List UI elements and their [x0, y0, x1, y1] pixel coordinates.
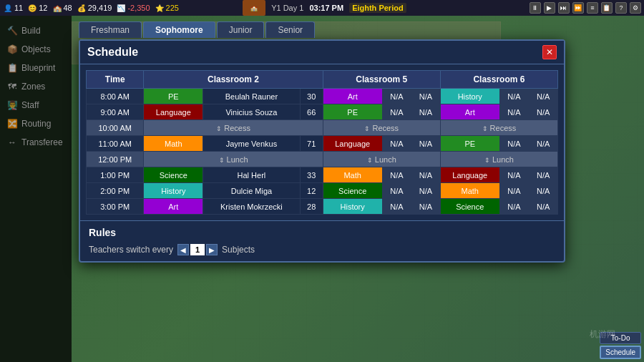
time-cell: 3:00 PM [87, 199, 144, 215]
teacher-cell: Dulcie Miga [203, 183, 300, 199]
teacher-cell: Beulah Rauner [203, 89, 300, 104]
table-header-row: Time Classroom 2 Classroom 5 Classroom 6 [87, 71, 558, 89]
subject-cell[interactable]: Language [144, 104, 203, 120]
top-bar-center: 🏫 Y1 Day 1 03:17 PM Eighth Period [243, 0, 406, 16]
todo-button[interactable]: 📋 [601, 2, 613, 14]
fast-forward-button[interactable]: ⏭ [558, 2, 570, 14]
year-tabs: Freshman Sophomore Junior Senior [79, 21, 315, 38]
stepper-decrement[interactable]: ◀ [177, 244, 189, 255]
time-cell: 10:00 AM [87, 120, 144, 136]
na-cell: N/A [382, 199, 411, 215]
play-button[interactable]: ▶ [544, 2, 555, 14]
subject-cell[interactable]: Language [440, 167, 499, 183]
na-cell: N/A [382, 104, 411, 120]
subject-cell[interactable]: Art [323, 89, 382, 104]
tab-senior[interactable]: Senior [265, 21, 315, 38]
happiness-icon: 😊 [27, 3, 37, 13]
time-cell: 2:00 PM [87, 183, 144, 199]
subject-cell[interactable]: Art [144, 199, 203, 215]
expand-icon: ⇕ [219, 157, 225, 164]
fastest-button[interactable]: ⏩ [572, 2, 584, 14]
year-display: Y1 Day 1 [271, 4, 303, 12]
tab-junior[interactable]: Junior [217, 21, 265, 38]
subject-cell[interactable]: Science [323, 183, 382, 199]
tab-sophomore[interactable]: Sophomore [143, 21, 215, 38]
subject-stepper: ◀ 1 ▶ [177, 244, 218, 255]
recess-cell-c2: ⇕ Recess [144, 120, 323, 136]
menu-button[interactable]: ≡ [587, 2, 598, 14]
lunch-cell-c2: ⇕ Lunch [144, 152, 323, 167]
subject-cell[interactable]: PE [144, 89, 203, 104]
stat-happiness: 😊 12 [27, 3, 47, 13]
table-row: 3:00 PM Art Kristen Mokrzecki 28 History… [87, 199, 558, 215]
teacher-cell: Kristen Mokrzecki [203, 199, 300, 215]
students-icon: 👤 [3, 3, 13, 13]
expand-icon: ⇕ [367, 157, 373, 164]
col-classroom6: Classroom 6 [440, 71, 557, 89]
schedule-panel-button[interactable]: Schedule [600, 346, 641, 359]
subject-cell[interactable]: History [144, 183, 203, 199]
rules-section: Rules Teachers switch every ◀ 1 ▶ Subjec… [80, 220, 564, 261]
na-cell: N/A [499, 104, 529, 120]
na-cell: N/A [529, 167, 558, 183]
num-cell: 12 [300, 183, 323, 199]
stat-income: 📉 -2,350 [116, 3, 150, 13]
subject-cell[interactable]: Math [440, 183, 499, 199]
col-time: Time [87, 71, 144, 89]
na-cell: N/A [499, 167, 529, 183]
na-cell: N/A [382, 89, 411, 104]
subject-cell[interactable]: History [440, 89, 499, 104]
rules-row: Teachers switch every ◀ 1 ▶ Subjects [89, 244, 555, 255]
subject-cell[interactable]: Language [323, 136, 382, 152]
na-cell: N/A [499, 136, 529, 152]
time-cell: 8:00 AM [87, 89, 144, 104]
num-cell: 28 [300, 199, 323, 215]
help-button[interactable]: ? [615, 2, 627, 14]
subject-cell[interactable]: PE [323, 104, 382, 120]
time-display: 03:17 PM [309, 4, 343, 12]
top-bar: 👤 11 😊 12 🏫 48 💰 29,419 📉 -2,350 ⭐ 225 🏫… [0, 0, 644, 16]
na-cell: N/A [499, 199, 529, 215]
num-cell: 66 [300, 104, 323, 120]
rules-text-after: Subjects [222, 245, 255, 255]
schedule-modal: Schedule ✕ Time Classroom 2 Classroom 5 … [79, 39, 565, 263]
col-classroom2: Classroom 2 [144, 71, 323, 89]
na-cell: N/A [411, 89, 441, 104]
na-cell: N/A [411, 136, 441, 152]
settings-button[interactable]: ⚙ [630, 2, 641, 14]
time-cell: 11:00 AM [87, 136, 144, 152]
table-row: 9:00 AM Language Vinicius Souza 66 PE N/… [87, 104, 558, 120]
schedule-table-wrapper: Time Classroom 2 Classroom 5 Classroom 6… [80, 64, 564, 220]
na-cell: N/A [529, 104, 558, 120]
modal-title: Schedule [87, 46, 138, 59]
time-cell: 12:00 PM [87, 152, 144, 167]
modal-close-button[interactable]: ✕ [542, 45, 557, 59]
num-cell: 33 [300, 167, 323, 183]
time-cell: 1:00 PM [87, 167, 144, 183]
table-row: 2:00 PM History Dulcie Miga 12 Science N… [87, 183, 558, 199]
money-icon: 💰 [77, 3, 87, 13]
subject-cell[interactable]: PE [440, 136, 499, 152]
table-row: 8:00 AM PE Beulah Rauner 30 Art N/A N/A … [87, 89, 558, 104]
lunch-row: 12:00 PM ⇕ Lunch ⇕ Lunch ⇕ Lunch [87, 152, 558, 167]
stepper-increment[interactable]: ▶ [206, 244, 218, 255]
income-icon: 📉 [116, 3, 126, 13]
time-cell: 9:00 AM [87, 104, 144, 120]
subject-cell[interactable]: Art [440, 104, 499, 120]
tab-freshman[interactable]: Freshman [79, 21, 142, 38]
teacher-cell: Hal Herl [203, 167, 300, 183]
subject-cell[interactable]: Math [323, 167, 382, 183]
stat-money: 💰 29,419 [77, 3, 112, 13]
na-cell: N/A [529, 183, 558, 199]
rules-text-before: Teachers switch every [89, 245, 173, 255]
na-cell: N/A [529, 89, 558, 104]
num-cell: 71 [300, 136, 323, 152]
subject-cell[interactable]: Science [144, 167, 203, 183]
subject-cell[interactable]: Science [440, 199, 499, 215]
school-logo: 🏫 [243, 0, 265, 16]
teacher-cell: Jayme Venkus [203, 136, 300, 152]
pause-button[interactable]: ⏸ [530, 2, 541, 14]
subject-cell[interactable]: History [323, 199, 382, 215]
expand-icon: ⇕ [484, 157, 490, 164]
subject-cell[interactable]: Math [144, 136, 203, 152]
